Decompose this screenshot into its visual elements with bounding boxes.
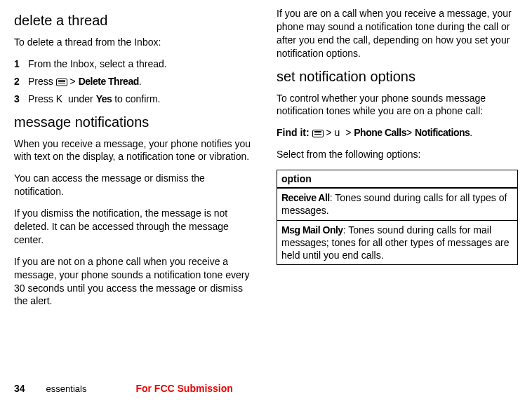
left-column: delete a thread To delete a thread from … bbox=[14, 7, 255, 316]
mn-para-1: When you receive a message, your phone n… bbox=[14, 137, 255, 164]
right-top-para: If you are on a call when you receive a … bbox=[277, 7, 518, 60]
step3-end: to confirm. bbox=[112, 93, 160, 104]
findit-notifications: Notifications bbox=[415, 127, 470, 138]
step-text: From the Inbox, select a thread. bbox=[28, 57, 255, 71]
step-text: Press > Delete Thread. bbox=[28, 75, 255, 88]
step-text: Press K under Yes to confirm. bbox=[28, 93, 255, 106]
sn-para-1: To control whether your phone sounds mes… bbox=[277, 92, 518, 118]
step-number: 3 bbox=[14, 93, 28, 106]
mn-para-3: If you dismiss the notification, the mes… bbox=[14, 207, 255, 247]
step2-prefix: Press bbox=[28, 76, 56, 87]
fcc-notice: For FCC Submission bbox=[135, 383, 232, 394]
content-columns: delete a thread To delete a thread from … bbox=[14, 7, 518, 316]
heading-delete-thread: delete a thread bbox=[14, 13, 255, 29]
step-number: 1 bbox=[14, 57, 28, 71]
table-row: Receive All: Tones sound during calls fo… bbox=[277, 188, 518, 220]
mn-para-2: You can access the message or dismiss th… bbox=[14, 172, 255, 198]
u-key-icon: u bbox=[335, 127, 343, 138]
step-number: 2 bbox=[14, 75, 28, 88]
menu-key-icon bbox=[56, 79, 67, 86]
select-intro: Select from the following options: bbox=[277, 148, 518, 161]
find-it-label: Find it: bbox=[277, 127, 312, 138]
findit-gt1: > bbox=[324, 127, 335, 138]
mn-para-4: If you are not on a phone call when you … bbox=[14, 255, 255, 308]
table-header-row: option bbox=[277, 170, 518, 189]
k-key-icon: K bbox=[56, 93, 65, 104]
right-column: If you are on a call when you receive a … bbox=[277, 7, 518, 316]
findit-gt2: > bbox=[343, 127, 354, 138]
step2-bold: Delete Thread bbox=[79, 76, 139, 87]
step-3: 3 Press K under Yes to confirm. bbox=[14, 93, 255, 106]
step-1: 1 From the Inbox, select a thread. bbox=[14, 57, 255, 71]
findit-phone-calls: Phone Calls bbox=[354, 127, 406, 138]
step-2: 2 Press > Delete Thread. bbox=[14, 75, 255, 88]
page-number: 34 bbox=[14, 383, 25, 394]
table-header-option: option bbox=[277, 170, 518, 189]
menu-key-icon bbox=[312, 130, 324, 137]
step3-bold: Yes bbox=[96, 93, 112, 104]
option-name: Msg Mail Only bbox=[281, 224, 343, 236]
section-name: essentials bbox=[46, 383, 87, 394]
heading-message-notifications: message notifications bbox=[14, 114, 255, 130]
delete-steps: 1 From the Inbox, select a thread. 2 Pre… bbox=[14, 57, 255, 106]
findit-end: . bbox=[470, 127, 472, 138]
step2-end: . bbox=[139, 76, 142, 87]
heading-set-notification-options: set notification options bbox=[277, 69, 518, 85]
option-receive-all: Receive All: Tones sound during calls fo… bbox=[277, 188, 518, 220]
step3-mid: under bbox=[65, 93, 96, 104]
step3-prefix: Press bbox=[28, 93, 56, 104]
step2-gt: > bbox=[67, 76, 79, 87]
option-msg-mail-only: Msg Mail Only: Tones sound during calls … bbox=[277, 220, 518, 265]
options-table: option Receive All: Tones sound during c… bbox=[277, 170, 518, 265]
table-row: Msg Mail Only: Tones sound during calls … bbox=[277, 220, 518, 265]
findit-gt3: > bbox=[406, 127, 415, 138]
page-footer: 34 essentials For FCC Submission bbox=[14, 383, 518, 394]
delete-intro: To delete a thread from the Inbox: bbox=[14, 36, 255, 49]
find-it-line: Find it: > u > Phone Calls> Notification… bbox=[277, 126, 518, 140]
option-name: Receive All bbox=[281, 192, 330, 203]
